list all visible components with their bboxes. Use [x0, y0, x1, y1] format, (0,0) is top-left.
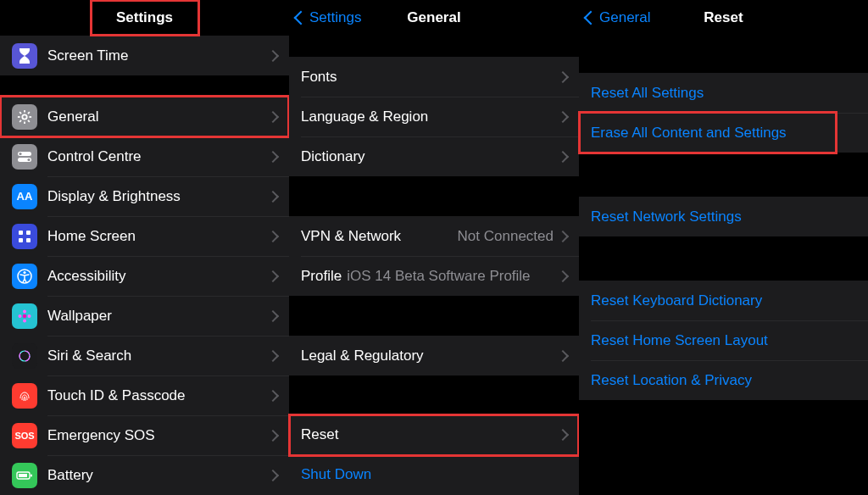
general-row-reset[interactable]: Reset [289, 415, 579, 455]
row-label: Reset Location & Privacy [591, 372, 856, 389]
general-group-3: Legal & Regulatory [289, 336, 579, 375]
reset-row-network[interactable]: Reset Network Settings [579, 197, 868, 236]
row-label: Fonts [301, 69, 559, 86]
general-row-language-region[interactable]: Language & Region [289, 97, 579, 136]
row-label: Reset [301, 426, 559, 443]
settings-row-wallpaper[interactable]: Wallpaper [0, 296, 289, 336]
fingerprint-icon [12, 383, 37, 409]
svg-point-22 [19, 314, 22, 318]
settings-row-control-centre[interactable]: Control Centre [0, 136, 289, 176]
switches-icon [12, 144, 37, 170]
general-row-fonts[interactable]: Fonts [289, 57, 579, 97]
general-group-4: Reset Shut Down [289, 415, 579, 495]
settings-row-emergency-sos[interactable]: SOS Emergency SOS [0, 415, 289, 455]
svg-line-8 [28, 112, 30, 114]
settings-screen: Settings Screen Time General [0, 0, 289, 495]
chevron-right-icon [557, 350, 569, 362]
svg-rect-15 [19, 238, 23, 242]
general-row-dictionary[interactable]: Dictionary [289, 136, 579, 176]
svg-rect-28 [19, 474, 27, 477]
row-label: Reset Network Settings [591, 209, 856, 225]
svg-point-18 [23, 270, 25, 273]
chevron-left-icon [584, 11, 598, 25]
settings-nav: Settings [0, 0, 289, 36]
reset-row-all-settings[interactable]: Reset All Settings [579, 73, 868, 113]
flower-icon [12, 303, 37, 329]
general-screen: Settings General Fonts Language & Region… [289, 0, 579, 495]
settings-row-general[interactable]: General [0, 97, 289, 136]
reset-row-erase-all[interactable]: Erase All Content and Settings [579, 113, 868, 153]
row-label: Shut Down [301, 466, 567, 483]
reset-screen: General Reset Reset All Settings Erase A… [579, 0, 868, 495]
row-label: Dictionary [301, 148, 559, 165]
reset-nav: General Reset [579, 0, 868, 36]
reset-row-home-layout[interactable]: Reset Home Screen Layout [579, 320, 868, 360]
settings-row-display-brightness[interactable]: AA Display & Brightness [0, 176, 289, 216]
chevron-left-icon [294, 11, 309, 25]
row-label: Language & Region [301, 108, 559, 125]
chevron-right-icon [267, 309, 279, 321]
general-row-shut-down[interactable]: Shut Down [289, 455, 579, 495]
reset-group-2: Reset Network Settings [579, 197, 868, 236]
row-label: Legal & Regulatory [301, 348, 559, 364]
chevron-right-icon [267, 270, 279, 281]
svg-point-0 [22, 114, 26, 119]
svg-line-6 [28, 120, 30, 121]
chevron-right-icon [557, 151, 569, 163]
text-size-icon: AA [12, 184, 37, 209]
settings-row-home-screen[interactable]: Home Screen [0, 216, 289, 256]
row-label: General [47, 108, 269, 125]
back-to-settings[interactable]: Settings [296, 9, 361, 26]
general-row-legal[interactable]: Legal & Regulatory [289, 336, 579, 375]
settings-row-battery[interactable]: Battery [0, 455, 289, 495]
highlight-settings-title [90, 0, 200, 36]
svg-point-19 [23, 314, 27, 318]
row-label: Profile [301, 268, 342, 285]
settings-title: Settings [0, 9, 289, 26]
battery-icon [12, 463, 37, 488]
chevron-right-icon [557, 71, 569, 83]
chevron-right-icon [267, 150, 279, 162]
svg-line-7 [19, 120, 21, 121]
settings-row-siri-search[interactable]: Siri & Search [0, 336, 289, 375]
chevron-right-icon [267, 469, 279, 481]
chevron-right-icon [557, 111, 569, 123]
chevron-right-icon [267, 429, 279, 441]
accessibility-icon [12, 264, 37, 289]
row-value: Not Connected [458, 228, 554, 245]
svg-rect-13 [19, 231, 23, 235]
siri-icon [12, 343, 37, 369]
settings-row-touch-id[interactable]: Touch ID & Passcode [0, 375, 289, 415]
svg-point-12 [27, 158, 30, 160]
sos-icon: SOS [12, 423, 37, 448]
reset-row-keyboard-dict[interactable]: Reset Keyboard Dictionary [579, 281, 868, 320]
row-label: Touch ID & Passcode [47, 387, 269, 404]
row-label: Display & Brightness [47, 188, 269, 205]
general-row-vpn[interactable]: VPN & Network Not Connected [289, 216, 579, 256]
settings-row-screen-time[interactable]: Screen Time [0, 36, 289, 75]
back-to-general[interactable]: General [586, 9, 650, 26]
gear-icon [12, 104, 37, 130]
hourglass-icon [12, 43, 37, 69]
row-label: Reset Keyboard Dictionary [591, 292, 856, 309]
chevron-right-icon [267, 230, 279, 242]
back-label: General [599, 9, 650, 26]
svg-rect-16 [26, 238, 31, 242]
general-row-profile[interactable]: Profile iOS 14 Beta Software Profile [289, 256, 579, 296]
grid-icon [12, 224, 37, 249]
chevron-right-icon [267, 349, 279, 361]
reset-group-1: Reset All Settings Erase All Content and… [579, 73, 868, 153]
svg-point-21 [23, 319, 26, 322]
reset-row-location-privacy[interactable]: Reset Location & Privacy [579, 360, 868, 400]
row-label: Control Centre [47, 148, 269, 165]
row-label: Emergency SOS [47, 427, 269, 444]
chevron-right-icon [267, 110, 279, 122]
row-label: Screen Time [47, 47, 269, 64]
chevron-right-icon [557, 429, 569, 441]
row-label: Reset All Settings [591, 85, 856, 102]
svg-rect-14 [26, 231, 31, 235]
settings-row-accessibility[interactable]: Accessibility [0, 256, 289, 296]
general-group-1: Fonts Language & Region Dictionary [289, 57, 579, 176]
svg-rect-27 [31, 474, 32, 476]
svg-line-5 [19, 112, 21, 114]
